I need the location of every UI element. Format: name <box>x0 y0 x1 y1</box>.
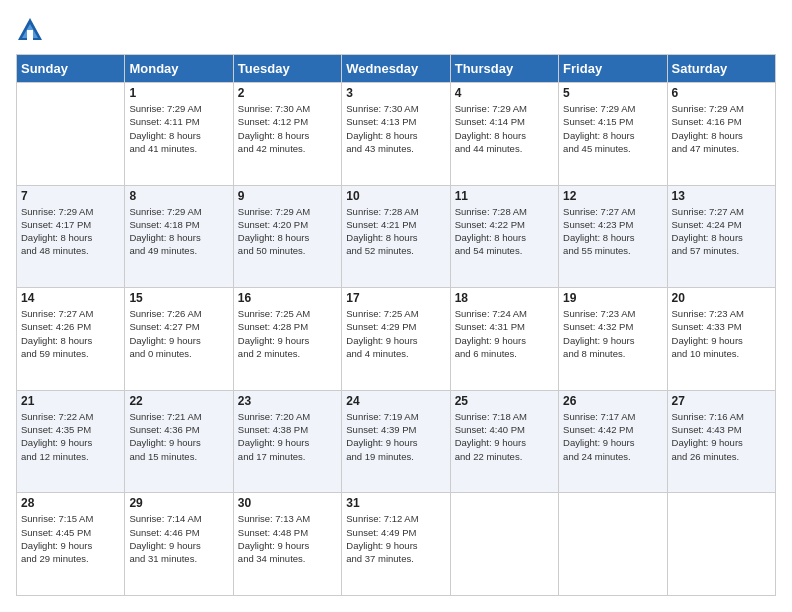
day-info: Sunrise: 7:29 AM Sunset: 4:11 PM Dayligh… <box>129 102 228 155</box>
calendar-cell: 8Sunrise: 7:29 AM Sunset: 4:18 PM Daylig… <box>125 185 233 288</box>
day-number: 16 <box>238 291 337 305</box>
day-info: Sunrise: 7:13 AM Sunset: 4:48 PM Dayligh… <box>238 512 337 565</box>
day-number: 21 <box>21 394 120 408</box>
calendar-cell: 9Sunrise: 7:29 AM Sunset: 4:20 PM Daylig… <box>233 185 341 288</box>
day-info: Sunrise: 7:27 AM Sunset: 4:26 PM Dayligh… <box>21 307 120 360</box>
day-info: Sunrise: 7:23 AM Sunset: 4:32 PM Dayligh… <box>563 307 662 360</box>
calendar-cell: 13Sunrise: 7:27 AM Sunset: 4:24 PM Dayli… <box>667 185 775 288</box>
header-sunday: Sunday <box>17 55 125 83</box>
day-number: 26 <box>563 394 662 408</box>
day-info: Sunrise: 7:25 AM Sunset: 4:29 PM Dayligh… <box>346 307 445 360</box>
day-number: 1 <box>129 86 228 100</box>
day-info: Sunrise: 7:22 AM Sunset: 4:35 PM Dayligh… <box>21 410 120 463</box>
day-info: Sunrise: 7:29 AM Sunset: 4:14 PM Dayligh… <box>455 102 554 155</box>
day-number: 23 <box>238 394 337 408</box>
day-info: Sunrise: 7:18 AM Sunset: 4:40 PM Dayligh… <box>455 410 554 463</box>
calendar-cell: 27Sunrise: 7:16 AM Sunset: 4:43 PM Dayli… <box>667 390 775 493</box>
day-number: 15 <box>129 291 228 305</box>
day-info: Sunrise: 7:25 AM Sunset: 4:28 PM Dayligh… <box>238 307 337 360</box>
calendar-cell: 26Sunrise: 7:17 AM Sunset: 4:42 PM Dayli… <box>559 390 667 493</box>
header-friday: Friday <box>559 55 667 83</box>
day-number: 31 <box>346 496 445 510</box>
header-saturday: Saturday <box>667 55 775 83</box>
day-info: Sunrise: 7:30 AM Sunset: 4:12 PM Dayligh… <box>238 102 337 155</box>
day-info: Sunrise: 7:20 AM Sunset: 4:38 PM Dayligh… <box>238 410 337 463</box>
day-number: 8 <box>129 189 228 203</box>
day-info: Sunrise: 7:27 AM Sunset: 4:24 PM Dayligh… <box>672 205 771 258</box>
day-info: Sunrise: 7:29 AM Sunset: 4:15 PM Dayligh… <box>563 102 662 155</box>
day-number: 19 <box>563 291 662 305</box>
calendar-cell: 5Sunrise: 7:29 AM Sunset: 4:15 PM Daylig… <box>559 83 667 186</box>
calendar-cell: 28Sunrise: 7:15 AM Sunset: 4:45 PM Dayli… <box>17 493 125 596</box>
calendar-cell <box>667 493 775 596</box>
calendar-cell: 18Sunrise: 7:24 AM Sunset: 4:31 PM Dayli… <box>450 288 558 391</box>
day-number: 22 <box>129 394 228 408</box>
calendar-cell: 2Sunrise: 7:30 AM Sunset: 4:12 PM Daylig… <box>233 83 341 186</box>
day-number: 30 <box>238 496 337 510</box>
day-number: 20 <box>672 291 771 305</box>
page: SundayMondayTuesdayWednesdayThursdayFrid… <box>0 0 792 612</box>
calendar-cell <box>559 493 667 596</box>
day-info: Sunrise: 7:29 AM Sunset: 4:16 PM Dayligh… <box>672 102 771 155</box>
day-number: 24 <box>346 394 445 408</box>
calendar-cell <box>17 83 125 186</box>
day-number: 13 <box>672 189 771 203</box>
calendar-week-2: 7Sunrise: 7:29 AM Sunset: 4:17 PM Daylig… <box>17 185 776 288</box>
calendar-week-1: 1Sunrise: 7:29 AM Sunset: 4:11 PM Daylig… <box>17 83 776 186</box>
calendar-cell: 21Sunrise: 7:22 AM Sunset: 4:35 PM Dayli… <box>17 390 125 493</box>
calendar-cell: 25Sunrise: 7:18 AM Sunset: 4:40 PM Dayli… <box>450 390 558 493</box>
day-info: Sunrise: 7:24 AM Sunset: 4:31 PM Dayligh… <box>455 307 554 360</box>
day-info: Sunrise: 7:12 AM Sunset: 4:49 PM Dayligh… <box>346 512 445 565</box>
logo-icon <box>16 16 44 44</box>
logo <box>16 16 46 44</box>
calendar-cell: 10Sunrise: 7:28 AM Sunset: 4:21 PM Dayli… <box>342 185 450 288</box>
svg-rect-2 <box>27 30 33 40</box>
day-number: 7 <box>21 189 120 203</box>
calendar-week-3: 14Sunrise: 7:27 AM Sunset: 4:26 PM Dayli… <box>17 288 776 391</box>
day-info: Sunrise: 7:26 AM Sunset: 4:27 PM Dayligh… <box>129 307 228 360</box>
day-number: 2 <box>238 86 337 100</box>
calendar-cell: 20Sunrise: 7:23 AM Sunset: 4:33 PM Dayli… <box>667 288 775 391</box>
day-info: Sunrise: 7:15 AM Sunset: 4:45 PM Dayligh… <box>21 512 120 565</box>
calendar-cell: 19Sunrise: 7:23 AM Sunset: 4:32 PM Dayli… <box>559 288 667 391</box>
day-info: Sunrise: 7:30 AM Sunset: 4:13 PM Dayligh… <box>346 102 445 155</box>
calendar-cell: 12Sunrise: 7:27 AM Sunset: 4:23 PM Dayli… <box>559 185 667 288</box>
calendar-cell: 11Sunrise: 7:28 AM Sunset: 4:22 PM Dayli… <box>450 185 558 288</box>
calendar-cell: 22Sunrise: 7:21 AM Sunset: 4:36 PM Dayli… <box>125 390 233 493</box>
day-number: 25 <box>455 394 554 408</box>
calendar-cell: 29Sunrise: 7:14 AM Sunset: 4:46 PM Dayli… <box>125 493 233 596</box>
calendar-cell <box>450 493 558 596</box>
day-number: 11 <box>455 189 554 203</box>
day-info: Sunrise: 7:16 AM Sunset: 4:43 PM Dayligh… <box>672 410 771 463</box>
header-wednesday: Wednesday <box>342 55 450 83</box>
calendar-week-4: 21Sunrise: 7:22 AM Sunset: 4:35 PM Dayli… <box>17 390 776 493</box>
day-info: Sunrise: 7:27 AM Sunset: 4:23 PM Dayligh… <box>563 205 662 258</box>
calendar-cell: 1Sunrise: 7:29 AM Sunset: 4:11 PM Daylig… <box>125 83 233 186</box>
calendar-cell: 17Sunrise: 7:25 AM Sunset: 4:29 PM Dayli… <box>342 288 450 391</box>
day-info: Sunrise: 7:28 AM Sunset: 4:21 PM Dayligh… <box>346 205 445 258</box>
day-info: Sunrise: 7:14 AM Sunset: 4:46 PM Dayligh… <box>129 512 228 565</box>
calendar-cell: 24Sunrise: 7:19 AM Sunset: 4:39 PM Dayli… <box>342 390 450 493</box>
calendar-cell: 4Sunrise: 7:29 AM Sunset: 4:14 PM Daylig… <box>450 83 558 186</box>
day-info: Sunrise: 7:17 AM Sunset: 4:42 PM Dayligh… <box>563 410 662 463</box>
day-number: 14 <box>21 291 120 305</box>
day-info: Sunrise: 7:29 AM Sunset: 4:20 PM Dayligh… <box>238 205 337 258</box>
calendar-cell: 14Sunrise: 7:27 AM Sunset: 4:26 PM Dayli… <box>17 288 125 391</box>
header-monday: Monday <box>125 55 233 83</box>
day-number: 12 <box>563 189 662 203</box>
calendar-cell: 6Sunrise: 7:29 AM Sunset: 4:16 PM Daylig… <box>667 83 775 186</box>
calendar-header-row: SundayMondayTuesdayWednesdayThursdayFrid… <box>17 55 776 83</box>
calendar-cell: 23Sunrise: 7:20 AM Sunset: 4:38 PM Dayli… <box>233 390 341 493</box>
calendar-cell: 30Sunrise: 7:13 AM Sunset: 4:48 PM Dayli… <box>233 493 341 596</box>
day-info: Sunrise: 7:28 AM Sunset: 4:22 PM Dayligh… <box>455 205 554 258</box>
calendar-cell: 7Sunrise: 7:29 AM Sunset: 4:17 PM Daylig… <box>17 185 125 288</box>
header-tuesday: Tuesday <box>233 55 341 83</box>
day-number: 27 <box>672 394 771 408</box>
calendar-cell: 15Sunrise: 7:26 AM Sunset: 4:27 PM Dayli… <box>125 288 233 391</box>
day-number: 6 <box>672 86 771 100</box>
day-number: 17 <box>346 291 445 305</box>
day-info: Sunrise: 7:23 AM Sunset: 4:33 PM Dayligh… <box>672 307 771 360</box>
calendar-cell: 31Sunrise: 7:12 AM Sunset: 4:49 PM Dayli… <box>342 493 450 596</box>
day-number: 5 <box>563 86 662 100</box>
day-number: 4 <box>455 86 554 100</box>
